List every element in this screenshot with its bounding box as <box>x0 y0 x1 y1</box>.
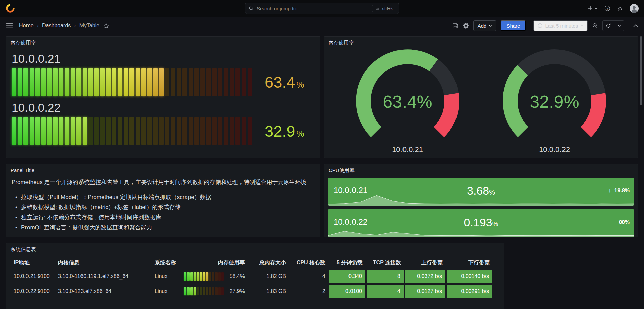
shortcut-label: ctrl+k <box>382 6 393 11</box>
gauge-cell <box>59 68 64 96</box>
svg-text:32.9%: 32.9% <box>530 92 579 111</box>
add-panel-button[interactable]: Add <box>473 20 497 31</box>
gauge-cell <box>65 117 69 145</box>
collapse-chevron-up-icon[interactable] <box>633 24 638 27</box>
column-header[interactable]: IP地址 <box>10 259 55 266</box>
panel-title[interactable]: 系统信息表 <box>6 243 504 254</box>
panel-title[interactable]: 内存使用率 <box>324 37 638 47</box>
clock-icon <box>537 23 543 28</box>
value-number: 32.9 <box>265 123 295 139</box>
memory-usage-cell: 58.4% <box>181 272 248 281</box>
refresh-button[interactable] <box>603 21 614 31</box>
save-dashboard-button[interactable] <box>452 23 459 29</box>
gauge-cell <box>141 68 146 96</box>
gauge-cell <box>159 68 164 96</box>
gauge-cell <box>18 68 22 96</box>
breadcrumb-separator: › <box>37 23 39 29</box>
breadcrumb-home[interactable]: Home <box>19 23 34 29</box>
gauge-cell <box>88 117 93 145</box>
chevron-down-icon <box>489 25 492 27</box>
column-header[interactable]: 5 分钟负载 <box>329 259 366 266</box>
table-cell-colored: 0.340 <box>329 270 365 283</box>
gauge: 32.9%10.0.0.22 <box>491 49 618 154</box>
grafana-logo[interactable] <box>5 3 15 13</box>
refresh-interval-button[interactable] <box>614 21 624 31</box>
bullet-marker: • <box>12 223 21 233</box>
gauge-cell <box>71 68 75 96</box>
breadcrumb-dashboards[interactable]: Dashboards <box>42 23 71 29</box>
column-header[interactable]: 系统名称 <box>151 259 181 266</box>
time-range-picker[interactable]: Last 5 minutes <box>533 20 588 31</box>
gauge-cell <box>65 68 69 96</box>
bar-gauge-row: 32.9% <box>12 117 315 145</box>
gauge-cell <box>224 68 228 96</box>
column-header[interactable]: CPU 核心数 <box>289 259 329 266</box>
new-button[interactable] <box>588 6 598 11</box>
news-rss-button[interactable] <box>617 6 623 11</box>
value-unit: % <box>296 129 304 138</box>
gauge-cell <box>212 287 214 295</box>
gauge-cell <box>248 68 252 96</box>
search-input[interactable] <box>257 6 369 11</box>
column-header[interactable]: TCP 连接数 <box>366 259 405 266</box>
chevron-down-icon <box>618 25 621 27</box>
gauge-cell <box>212 117 217 145</box>
gauge-cell <box>235 117 240 145</box>
value-number: 63.4 <box>265 74 295 90</box>
column-header[interactable]: 上行带宽 <box>405 259 446 266</box>
sparkline <box>328 194 634 206</box>
table-cell: 2 <box>289 288 329 294</box>
table-cell: Linux <box>151 273 181 280</box>
column-header[interactable]: 内核信息 <box>55 259 151 266</box>
column-header[interactable]: 下行带宽 <box>446 259 493 266</box>
favorite-star-icon[interactable] <box>103 23 109 29</box>
panel-title[interactable]: CPU使用率 <box>324 164 638 175</box>
gauge-cell <box>224 117 228 145</box>
gauge-cell <box>159 117 164 145</box>
panel-title[interactable]: Panel Title <box>6 164 320 174</box>
gauge-cell <box>241 68 246 96</box>
table-cell: 3.10.0-1160.119.1.el7.x86_64 <box>55 273 151 280</box>
column-header[interactable]: 内存使用率 <box>181 259 248 266</box>
gauge-cell <box>30 117 34 145</box>
cpu-stat-body: 10.0.0.213.68%↓ -19.8%10.0.0.220.193%00% <box>324 175 638 237</box>
user-avatar[interactable] <box>630 4 639 13</box>
gauge-cell <box>218 272 221 281</box>
panel-cpu-stat: CPU使用率 10.0.0.213.68%↓ -19.8%10.0.0.220.… <box>324 164 638 237</box>
help-button[interactable]: ? <box>604 5 610 11</box>
gauge-cell <box>12 68 16 96</box>
table-cell: Linux <box>151 288 181 294</box>
column-header[interactable]: 总内存大小 <box>248 259 289 266</box>
gauge-cell <box>76 117 81 145</box>
gauge-cell <box>197 287 199 295</box>
memory-usage-value: 58.4% <box>230 273 245 280</box>
gauge-cell <box>206 272 208 281</box>
lcd-bar-gauge <box>12 68 252 96</box>
panel-title[interactable]: 内存使用率 <box>6 37 320 47</box>
bullet-text: 多维数据模型: 数据以指标（metric）+标签（label）的形式存储 <box>21 202 181 212</box>
table-cell-colored: 8 <box>367 270 404 283</box>
zoom-out-button[interactable] <box>592 23 598 29</box>
settings-gear-icon[interactable] <box>463 23 469 29</box>
menu-toggle-button[interactable] <box>6 23 13 29</box>
add-label: Add <box>478 23 487 29</box>
gauge-cell <box>177 117 181 145</box>
table-rows: 10.0.0.21:91003.10.0-1160.119.1.el7.x86_… <box>10 269 500 298</box>
panel-memory-bar-gauge: 内存使用率 10.0.0.2163.4%10.0.0.2232.9% <box>6 36 320 158</box>
svg-text:?: ? <box>606 7 608 10</box>
gauge-cell <box>147 68 152 96</box>
gauge-cell <box>47 117 52 145</box>
share-button[interactable]: Share <box>501 20 526 31</box>
text-body: Prometheus 是一个开源的系统监控和告警工具，主要设计用于时间序列数据的… <box>6 174 320 233</box>
page-scrollbar[interactable] <box>640 36 642 105</box>
bullet-item: •拉取模型（Pull Model）：Prometheus 定期从目标端点抓取（s… <box>12 192 315 202</box>
table-row: 10.0.0.21:91003.10.0-1160.119.1.el7.x86_… <box>10 269 500 284</box>
gauge-cell <box>221 287 224 295</box>
gauge-arc: 32.9% <box>491 49 618 144</box>
search-bar[interactable]: ctrl+k <box>245 3 399 14</box>
table-cell: 3.10.0-123.el7.x86_64 <box>55 288 151 294</box>
gauge-cell <box>106 117 111 145</box>
gauge-cell <box>194 117 199 145</box>
table-cell-colored: 0.0372 b/s <box>405 270 445 283</box>
bullet-text: 拉取模型（Pull Model）：Prometheus 定期从目标端点抓取（sc… <box>21 192 211 202</box>
